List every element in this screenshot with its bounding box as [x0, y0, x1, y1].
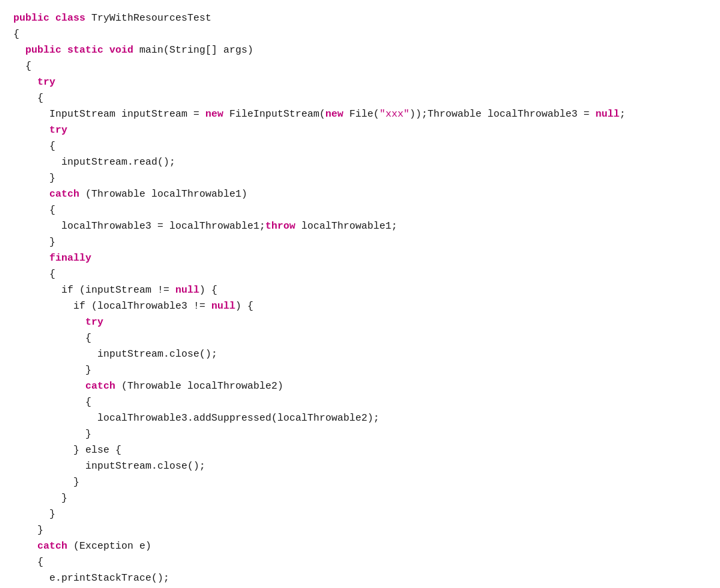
code-token: (Throwable localThrowable2) — [115, 381, 283, 392]
code-line: { — [13, 395, 707, 411]
code-token: TryWithResourcesTest — [91, 13, 211, 24]
code-token: FileInputStream( — [229, 109, 325, 120]
code-line: { — [13, 331, 707, 347]
code-token: { — [13, 61, 31, 72]
code-token: (localThrowable3 != — [85, 301, 211, 312]
code-token: new — [325, 109, 349, 120]
code-line: public static void main(String[] args) — [13, 43, 707, 59]
code-line: try — [13, 75, 707, 91]
code-line: } — [13, 363, 707, 379]
code-token: (Exception e) — [67, 541, 151, 552]
code-line: { — [13, 139, 707, 155]
code-token: null — [211, 301, 235, 312]
code-line: if (localThrowable3 != null) { — [13, 299, 707, 315]
code-token: main(String[] args) — [139, 45, 253, 56]
code-token: InputStream inputStream = — [13, 109, 205, 120]
code-token: "xxx" — [379, 109, 409, 120]
code-line: if (inputStream != null) { — [13, 283, 707, 299]
code-line: inputStream.close(); — [13, 459, 707, 475]
code-line: catch (Exception e) — [13, 539, 707, 555]
code-line: } — [13, 475, 707, 491]
code-line: inputStream.close(); — [13, 347, 707, 363]
code-token: inputStream.read(); — [13, 157, 175, 168]
code-token — [13, 189, 49, 200]
code-token — [13, 45, 25, 56]
code-token — [13, 253, 49, 264]
code-token: if — [61, 285, 73, 296]
code-token: { — [109, 445, 121, 456]
code-token: { — [13, 397, 91, 408]
code-display: public class TryWithResourcesTest{ publi… — [13, 11, 707, 588]
code-line: catch (Throwable localThrowable2) — [13, 379, 707, 395]
code-token: } — [13, 477, 79, 488]
code-token: } — [13, 445, 85, 456]
code-token: { — [13, 205, 55, 216]
code-line: } else { — [13, 443, 707, 459]
code-line: { — [13, 203, 707, 219]
code-token: localThrowable3 = localThrowable1; — [13, 221, 265, 232]
code-token: else — [85, 445, 109, 456]
code-token: catch — [37, 541, 67, 552]
code-token: { — [13, 29, 19, 40]
code-token: void — [109, 45, 139, 56]
code-token — [13, 317, 85, 328]
code-line: } — [13, 523, 707, 539]
code-line: catch (Throwable localThrowable1) — [13, 187, 707, 203]
code-token — [13, 285, 61, 296]
code-token: } — [13, 509, 55, 520]
code-token: { — [13, 333, 91, 344]
code-token — [13, 77, 37, 88]
code-token: } — [13, 237, 55, 248]
code-token: } — [13, 365, 91, 376]
code-token: null — [175, 285, 199, 296]
code-token: File( — [349, 109, 379, 120]
code-token: finally — [49, 253, 91, 264]
code-token: (inputStream != — [73, 285, 175, 296]
code-line: } — [13, 507, 707, 523]
code-line: localThrowable3 = localThrowable1;throw … — [13, 219, 707, 235]
code-token: try — [85, 317, 103, 328]
code-token: inputStream.close(); — [13, 461, 205, 472]
code-token: catch — [49, 189, 79, 200]
code-line: InputStream inputStream = new FileInputS… — [13, 107, 707, 123]
code-token: ) { — [199, 285, 217, 296]
code-line: { — [13, 27, 707, 43]
code-token: e.printStackTrace(); — [13, 573, 169, 584]
code-line: { — [13, 91, 707, 107]
code-token: } — [13, 429, 91, 440]
code-token — [13, 381, 85, 392]
code-line: } — [13, 235, 707, 251]
code-line: } — [13, 491, 707, 507]
code-line: try — [13, 123, 707, 139]
code-line: localThrowable3.addSuppressed(localThrow… — [13, 411, 707, 427]
code-token: } — [13, 493, 67, 504]
code-token: } — [13, 525, 43, 536]
code-token: throw — [265, 221, 295, 232]
code-token: if — [73, 301, 85, 312]
code-token: } — [13, 173, 55, 184]
code-token: ) { — [235, 301, 253, 312]
code-line: { — [13, 555, 707, 571]
code-token: inputStream.close(); — [13, 349, 217, 360]
code-line: { — [13, 59, 707, 75]
code-token: { — [13, 557, 43, 568]
code-token: catch — [85, 381, 115, 392]
code-token — [13, 125, 49, 136]
code-token: static — [67, 45, 109, 56]
code-line: } — [13, 427, 707, 443]
code-line: inputStream.read(); — [13, 155, 707, 171]
code-token: localThrowable1; — [295, 221, 397, 232]
code-line: public class TryWithResourcesTest — [13, 11, 707, 27]
code-token — [13, 541, 37, 552]
code-token: ));Throwable localThrowable3 = — [409, 109, 595, 120]
code-token: public — [25, 45, 67, 56]
code-token: null — [595, 109, 619, 120]
code-token: ; — [619, 109, 625, 120]
code-line: { — [13, 267, 707, 283]
code-line: } — [13, 171, 707, 187]
code-token: try — [37, 77, 55, 88]
code-token: { — [13, 93, 43, 104]
code-token: class — [55, 13, 91, 24]
code-token: localThrowable3.addSuppressed(localThrow… — [13, 413, 379, 424]
code-token: public — [13, 13, 55, 24]
